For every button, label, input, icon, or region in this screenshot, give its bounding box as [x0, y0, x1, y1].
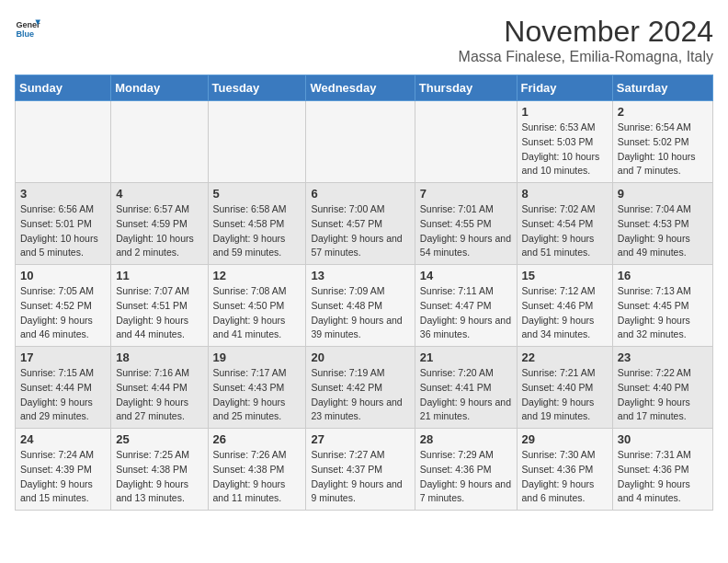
day-cell: 11Sunrise: 7:07 AM Sunset: 4:51 PM Dayli…: [111, 265, 208, 347]
day-cell: 21Sunrise: 7:20 AM Sunset: 4:41 PM Dayli…: [415, 347, 517, 429]
day-number: 5: [213, 187, 301, 201]
day-info: Sunrise: 7:21 AM Sunset: 4:40 PM Dayligh…: [522, 366, 608, 424]
day-cell: 27Sunrise: 7:27 AM Sunset: 4:37 PM Dayli…: [306, 429, 415, 511]
day-info: Sunrise: 7:24 AM Sunset: 4:39 PM Dayligh…: [20, 448, 106, 506]
day-number: 10: [20, 269, 106, 282]
day-number: 24: [20, 432, 106, 446]
day-cell: 17Sunrise: 7:15 AM Sunset: 4:44 PM Dayli…: [16, 347, 111, 429]
day-number: 15: [522, 269, 608, 282]
day-number: 2: [618, 105, 708, 119]
calendar-table: SundayMondayTuesdayWednesdayThursdayFrid…: [15, 75, 713, 511]
day-cell: [415, 101, 517, 183]
day-cell: 20Sunrise: 7:19 AM Sunset: 4:42 PM Dayli…: [306, 347, 415, 429]
day-number: 17: [20, 350, 106, 364]
day-info: Sunrise: 7:15 AM Sunset: 4:44 PM Dayligh…: [20, 366, 106, 424]
day-cell: 7Sunrise: 7:01 AM Sunset: 4:55 PM Daylig…: [415, 183, 517, 265]
day-number: 30: [618, 432, 708, 446]
header-cell-saturday: Saturday: [612, 75, 712, 101]
day-info: Sunrise: 7:16 AM Sunset: 4:44 PM Dayligh…: [116, 366, 202, 424]
calendar-title: November 2024: [459, 15, 713, 49]
day-number: 1: [522, 105, 608, 119]
day-number: 7: [420, 187, 512, 201]
day-number: 12: [213, 269, 301, 282]
day-cell: [208, 101, 306, 183]
day-cell: 9Sunrise: 7:04 AM Sunset: 4:53 PM Daylig…: [612, 183, 712, 265]
day-cell: 13Sunrise: 7:09 AM Sunset: 4:48 PM Dayli…: [306, 265, 415, 347]
header-cell-friday: Friday: [517, 75, 612, 101]
day-number: 22: [522, 350, 608, 364]
day-cell: 29Sunrise: 7:30 AM Sunset: 4:36 PM Dayli…: [517, 429, 612, 511]
day-info: Sunrise: 7:20 AM Sunset: 4:41 PM Dayligh…: [420, 366, 512, 424]
day-number: 23: [618, 350, 708, 364]
week-row-5: 24Sunrise: 7:24 AM Sunset: 4:39 PM Dayli…: [16, 429, 713, 511]
logo: General Blue: [15, 15, 40, 40]
day-info: Sunrise: 6:57 AM Sunset: 4:59 PM Dayligh…: [116, 202, 202, 260]
day-number: 6: [311, 187, 409, 201]
calendar-subtitle: Massa Finalese, Emilia-Romagna, Italy: [459, 49, 713, 65]
day-number: 14: [420, 269, 512, 282]
day-cell: 23Sunrise: 7:22 AM Sunset: 4:40 PM Dayli…: [612, 347, 712, 429]
day-cell: 4Sunrise: 6:57 AM Sunset: 4:59 PM Daylig…: [111, 183, 208, 265]
day-cell: 22Sunrise: 7:21 AM Sunset: 4:40 PM Dayli…: [517, 347, 612, 429]
day-cell: 8Sunrise: 7:02 AM Sunset: 4:54 PM Daylig…: [517, 183, 612, 265]
header-cell-thursday: Thursday: [415, 75, 517, 101]
day-info: Sunrise: 6:54 AM Sunset: 5:02 PM Dayligh…: [618, 121, 708, 178]
day-info: Sunrise: 7:29 AM Sunset: 4:36 PM Dayligh…: [420, 448, 512, 506]
day-cell: 15Sunrise: 7:12 AM Sunset: 4:46 PM Dayli…: [517, 265, 612, 347]
day-info: Sunrise: 7:22 AM Sunset: 4:40 PM Dayligh…: [618, 366, 708, 424]
day-info: Sunrise: 6:58 AM Sunset: 4:58 PM Dayligh…: [213, 202, 301, 260]
day-info: Sunrise: 7:00 AM Sunset: 4:57 PM Dayligh…: [311, 202, 409, 260]
header-cell-tuesday: Tuesday: [208, 75, 306, 101]
day-number: 8: [522, 187, 608, 201]
day-info: Sunrise: 7:02 AM Sunset: 4:54 PM Dayligh…: [522, 202, 608, 260]
day-info: Sunrise: 7:08 AM Sunset: 4:50 PM Dayligh…: [213, 284, 301, 342]
day-number: 4: [116, 187, 202, 201]
day-cell: 24Sunrise: 7:24 AM Sunset: 4:39 PM Dayli…: [16, 429, 111, 511]
day-number: 13: [311, 269, 409, 282]
day-cell: 25Sunrise: 7:25 AM Sunset: 4:38 PM Dayli…: [111, 429, 208, 511]
header-row: SundayMondayTuesdayWednesdayThursdayFrid…: [16, 75, 713, 101]
day-cell: 10Sunrise: 7:05 AM Sunset: 4:52 PM Dayli…: [16, 265, 111, 347]
day-number: 11: [116, 269, 202, 282]
day-cell: 12Sunrise: 7:08 AM Sunset: 4:50 PM Dayli…: [208, 265, 306, 347]
day-info: Sunrise: 7:07 AM Sunset: 4:51 PM Dayligh…: [116, 284, 202, 342]
header-cell-monday: Monday: [111, 75, 208, 101]
day-number: 9: [618, 187, 708, 201]
day-number: 26: [213, 432, 301, 446]
header-cell-wednesday: Wednesday: [306, 75, 415, 101]
day-info: Sunrise: 7:30 AM Sunset: 4:36 PM Dayligh…: [522, 448, 608, 506]
page-header: General Blue November 2024 Massa Finales…: [15, 15, 713, 65]
day-info: Sunrise: 7:26 AM Sunset: 4:38 PM Dayligh…: [213, 448, 301, 506]
day-cell: 16Sunrise: 7:13 AM Sunset: 4:45 PM Dayli…: [612, 265, 712, 347]
day-info: Sunrise: 7:31 AM Sunset: 4:36 PM Dayligh…: [618, 448, 708, 506]
day-cell: 1Sunrise: 6:53 AM Sunset: 5:03 PM Daylig…: [517, 101, 612, 183]
day-cell: [111, 101, 208, 183]
week-row-4: 17Sunrise: 7:15 AM Sunset: 4:44 PM Dayli…: [16, 347, 713, 429]
day-number: 27: [311, 432, 409, 446]
day-number: 18: [116, 350, 202, 364]
day-info: Sunrise: 7:11 AM Sunset: 4:47 PM Dayligh…: [420, 284, 512, 342]
day-number: 3: [20, 187, 106, 201]
day-number: 16: [618, 269, 708, 282]
day-number: 25: [116, 432, 202, 446]
day-cell: 2Sunrise: 6:54 AM Sunset: 5:02 PM Daylig…: [612, 101, 712, 183]
svg-text:Blue: Blue: [16, 29, 34, 39]
day-cell: 19Sunrise: 7:17 AM Sunset: 4:43 PM Dayli…: [208, 347, 306, 429]
day-cell: 6Sunrise: 7:00 AM Sunset: 4:57 PM Daylig…: [306, 183, 415, 265]
title-section: November 2024 Massa Finalese, Emilia-Rom…: [459, 15, 713, 65]
day-number: 28: [420, 432, 512, 446]
day-info: Sunrise: 7:12 AM Sunset: 4:46 PM Dayligh…: [522, 284, 608, 342]
day-info: Sunrise: 7:17 AM Sunset: 4:43 PM Dayligh…: [213, 366, 301, 424]
day-info: Sunrise: 7:13 AM Sunset: 4:45 PM Dayligh…: [618, 284, 708, 342]
day-info: Sunrise: 7:04 AM Sunset: 4:53 PM Dayligh…: [618, 202, 708, 260]
day-info: Sunrise: 7:05 AM Sunset: 4:52 PM Dayligh…: [20, 284, 106, 342]
day-cell: 28Sunrise: 7:29 AM Sunset: 4:36 PM Dayli…: [415, 429, 517, 511]
day-cell: 30Sunrise: 7:31 AM Sunset: 4:36 PM Dayli…: [612, 429, 712, 511]
day-number: 29: [522, 432, 608, 446]
day-info: Sunrise: 7:09 AM Sunset: 4:48 PM Dayligh…: [311, 284, 409, 342]
day-number: 21: [420, 350, 512, 364]
header-cell-sunday: Sunday: [16, 75, 111, 101]
day-cell: 26Sunrise: 7:26 AM Sunset: 4:38 PM Dayli…: [208, 429, 306, 511]
week-row-3: 10Sunrise: 7:05 AM Sunset: 4:52 PM Dayli…: [16, 265, 713, 347]
day-number: 19: [213, 350, 301, 364]
